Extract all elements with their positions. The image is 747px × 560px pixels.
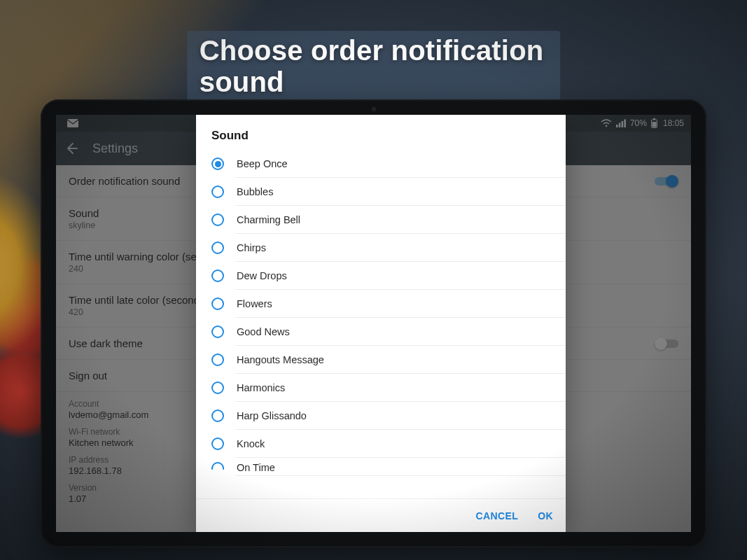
banner-title: Choose order notification sound — [187, 31, 561, 102]
sound-option[interactable]: Harmonics — [196, 374, 566, 402]
sound-option-label: Hangouts Message — [237, 354, 324, 365]
sound-option-label: Knock — [237, 438, 265, 449]
sound-option-label: Beep Once — [237, 158, 288, 169]
promo-background: Choose order notification sound 70% — [0, 0, 747, 560]
sound-option[interactable]: Dew Drops — [196, 262, 566, 290]
dialog-actions: CANCEL OK — [196, 498, 566, 532]
sound-option-label: Chirps — [237, 242, 266, 253]
sound-option[interactable]: Chirps — [196, 234, 566, 262]
sound-option-label: Harp Glissando — [237, 410, 307, 421]
sound-option-label: Flowers — [237, 298, 272, 309]
tablet-screen: 70% 18:05 Settings Order notification so… — [56, 115, 691, 532]
dialog-title: Sound — [196, 115, 566, 150]
cancel-button[interactable]: CANCEL — [475, 510, 518, 522]
sound-option[interactable]: Charming Bell — [196, 206, 566, 234]
sound-option[interactable]: Bubbles — [196, 178, 566, 206]
radio-icon — [211, 214, 224, 226]
sound-option-label: Harmonics — [237, 382, 285, 393]
sound-option-label: Dew Drops — [237, 270, 287, 281]
sound-option[interactable]: Hangouts Message — [196, 346, 566, 374]
radio-icon — [211, 186, 224, 198]
radio-icon — [211, 354, 224, 366]
radio-icon — [211, 270, 224, 282]
radio-icon — [211, 462, 224, 475]
tablet-frame: 70% 18:05 Settings Order notification so… — [41, 99, 706, 547]
radio-icon — [211, 158, 224, 170]
sound-options-list[interactable]: Beep OnceBubblesCharming BellChirpsDew D… — [196, 150, 566, 498]
radio-icon — [211, 298, 224, 310]
sound-option[interactable]: Harp Glissando — [196, 402, 566, 430]
sound-option-label: Charming Bell — [237, 214, 300, 225]
sound-option[interactable]: Good News — [196, 318, 566, 346]
ok-button[interactable]: OK — [538, 510, 553, 522]
sound-option-label: Bubbles — [237, 186, 273, 197]
radio-icon — [211, 410, 224, 422]
tablet-camera-icon — [371, 106, 377, 112]
sound-option[interactable]: Beep Once — [196, 150, 566, 178]
sound-option-label: Good News — [237, 326, 290, 337]
sound-dialog: Sound Beep OnceBubblesCharming BellChirp… — [196, 115, 566, 532]
sound-option[interactable]: On Time — [196, 458, 566, 476]
sound-option-label: On Time — [237, 462, 275, 473]
radio-icon — [211, 438, 224, 450]
sound-option[interactable]: Flowers — [196, 290, 566, 318]
radio-icon — [211, 241, 224, 254]
radio-icon — [211, 326, 224, 338]
radio-icon — [211, 382, 224, 394]
sound-option[interactable]: Knock — [196, 430, 566, 458]
